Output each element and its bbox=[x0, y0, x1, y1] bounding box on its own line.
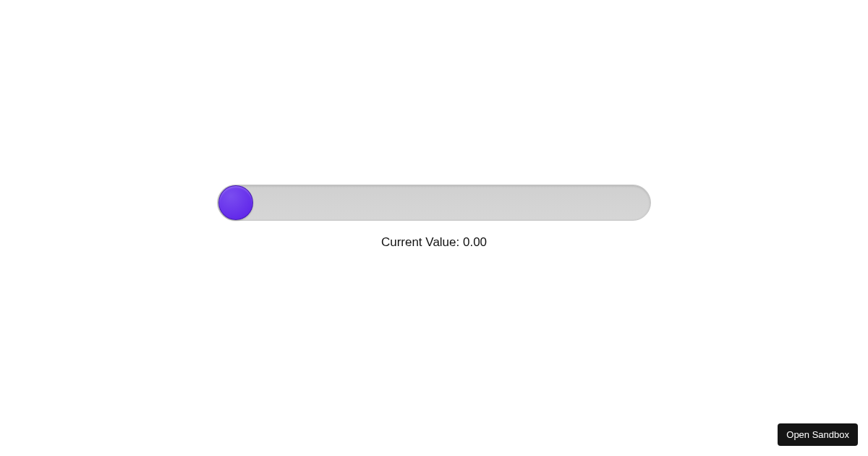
current-value-label: Current Value: 0.00 bbox=[381, 235, 487, 250]
slider-container: Current Value: 0.00 bbox=[0, 0, 868, 456]
slider-thumb[interactable] bbox=[218, 185, 253, 220]
value-label-number: 0.00 bbox=[463, 235, 487, 249]
value-label-prefix: Current Value: bbox=[381, 235, 463, 249]
open-sandbox-button[interactable]: Open Sandbox bbox=[778, 423, 858, 446]
slider-track[interactable] bbox=[217, 185, 651, 221]
